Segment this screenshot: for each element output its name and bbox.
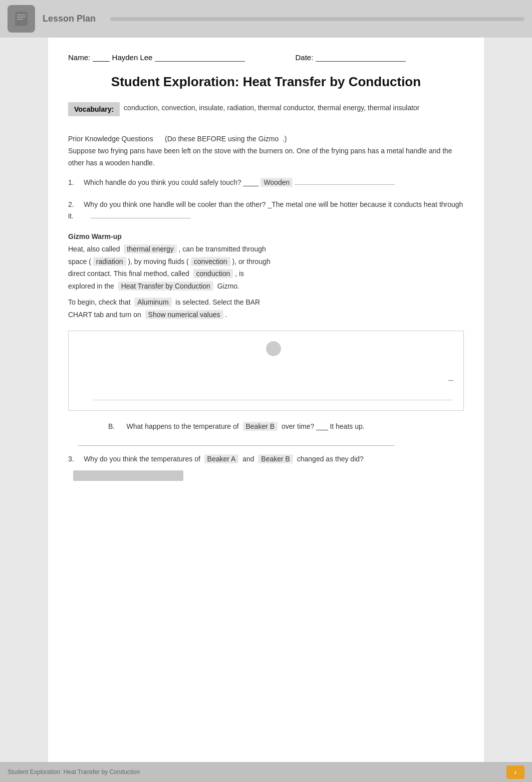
gw-chart-text: CHART tab and turn on [68, 311, 141, 319]
date-label: Date: [295, 53, 313, 62]
name-prefix: ____ [93, 53, 109, 62]
page-title: Student Exploration: Heat Transfer by Co… [68, 74, 464, 90]
gw-aluminum: Aluminum [134, 298, 171, 307]
gw-line4: explored in the [68, 282, 114, 290]
gw-gizmo-label: Gizmo. [217, 282, 239, 290]
next-button[interactable]: › [506, 765, 524, 779]
q3-and: and [242, 455, 254, 463]
gw-line1-start: Heat, also called [68, 245, 120, 253]
q3-number: 3. [68, 455, 74, 463]
svg-rect-3 [17, 19, 23, 20]
q3-beaker-b: Beaker B [258, 454, 293, 463]
beaker-b-answer: It heats up. [330, 422, 364, 430]
prior-knowledge-section: Prior Knowledge Questions (Do these BEFO… [68, 133, 464, 169]
graph-image-area: – [68, 331, 464, 411]
q3-text: Why do you think the temperatures of [84, 455, 200, 463]
name-underline [155, 53, 245, 62]
image-circle [266, 341, 281, 356]
gw-heat-transfer: Heat Transfer by Conduction [118, 282, 213, 291]
image-minus-sign: – [448, 375, 453, 385]
app-icon [8, 5, 35, 33]
gw-convection: convection [191, 257, 230, 266]
gw-line2-middle: ), by moving fluids ( [128, 257, 188, 266]
q2-answer-line [91, 210, 191, 218]
prior-knowledge-subheading: (Do these BEFORE using the Gizmo .) [165, 135, 287, 143]
question-1: 1. Which handle do you think you could s… [68, 177, 464, 189]
gizmo-warmup: Gizmo Warm-up Heat, also called thermal … [68, 232, 464, 321]
gizmo-warmup-title: Gizmo Warm-up [68, 232, 464, 240]
image-bottom-line [94, 400, 453, 400]
gw-line3-start: direct contact. This final method, calle… [68, 270, 189, 278]
date-section: Date: [295, 53, 406, 62]
beaker-b-highlight: Beaker B [243, 422, 278, 431]
top-bar: Lesson Plan [0, 0, 532, 38]
gw-line2-end: ), or through [232, 257, 271, 266]
gw-thermal: thermal energy [124, 244, 176, 253]
svg-rect-1 [17, 15, 26, 16]
svg-rect-2 [17, 17, 26, 18]
name-section: Name: ____ Hayden Lee [68, 53, 245, 62]
name-label: Name: [68, 53, 90, 62]
q1-answer: Wooden [260, 178, 293, 187]
gw-line3-end: , is [235, 270, 244, 278]
progress-bar [110, 17, 524, 21]
gw-radiation: radiation [93, 257, 126, 266]
document-icon [13, 10, 30, 28]
q3-beaker-a: Beaker A [204, 454, 239, 463]
gw-begin-text1: To begin, check that [68, 298, 131, 306]
gizmo-warmup-content: Heat, also called thermal energy , can b… [68, 243, 464, 292]
app-title: Lesson Plan [43, 14, 103, 24]
gw-show-numerical: Show numerical values [145, 310, 223, 319]
gizmo-begin-content: To begin, check that Aluminum is selecte… [68, 296, 464, 321]
q3-blurred-answer: The heat transferred from one side [73, 470, 183, 481]
vocabulary-section: Vocabulary: conduction, convection, insu… [68, 102, 464, 123]
name-date-row: Name: ____ Hayden Lee Date: [68, 53, 464, 62]
date-underline [316, 53, 406, 62]
gw-begin-text2: is selected. Select the BAR [175, 298, 260, 306]
q3-end: changed as they did? [297, 455, 364, 463]
beaker-b-answer-line [78, 438, 395, 446]
bottom-bar: Student Exploration: Heat Transfer by Co… [0, 762, 532, 782]
q3-answer-area: The heat transferred from one side [73, 470, 464, 481]
prior-knowledge-intro: Suppose two frying pans have been left o… [68, 147, 452, 167]
gw-period: . [225, 311, 227, 319]
question-2: 2. Why do you think one handle will be c… [68, 199, 464, 223]
beaker-b-question-text: What happens to the temperature of [127, 422, 239, 430]
q1-text: Which handle do you think you could safe… [84, 178, 258, 186]
beaker-b-label: B. [108, 422, 115, 430]
q2-number: 2. [68, 200, 74, 208]
gw-line1-end: , can be transmitted through [179, 245, 266, 253]
main-content: Name: ____ Hayden Lee Date: Student Expl… [48, 38, 484, 764]
beaker-b-over-time: over time? ___ [282, 422, 328, 430]
student-name: Hayden Lee [112, 53, 153, 62]
q1-number: 1. [68, 178, 74, 186]
question-3: 3. Why do you think the temperatures of … [68, 453, 464, 465]
q1-answer-line [295, 177, 395, 185]
prior-knowledge-heading: Prior Knowledge Questions [68, 135, 153, 143]
vocabulary-label: Vocabulary: [68, 102, 120, 116]
beaker-b-question: B. What happens to the temperature of Be… [68, 421, 464, 433]
gw-conduction: conduction [193, 269, 233, 278]
bottom-bar-text: Student Exploration: Heat Transfer by Co… [8, 768, 140, 775]
gw-line2-start: space ( [68, 257, 91, 266]
vocabulary-terms: conduction, convection, insulate, radiat… [124, 102, 419, 113]
